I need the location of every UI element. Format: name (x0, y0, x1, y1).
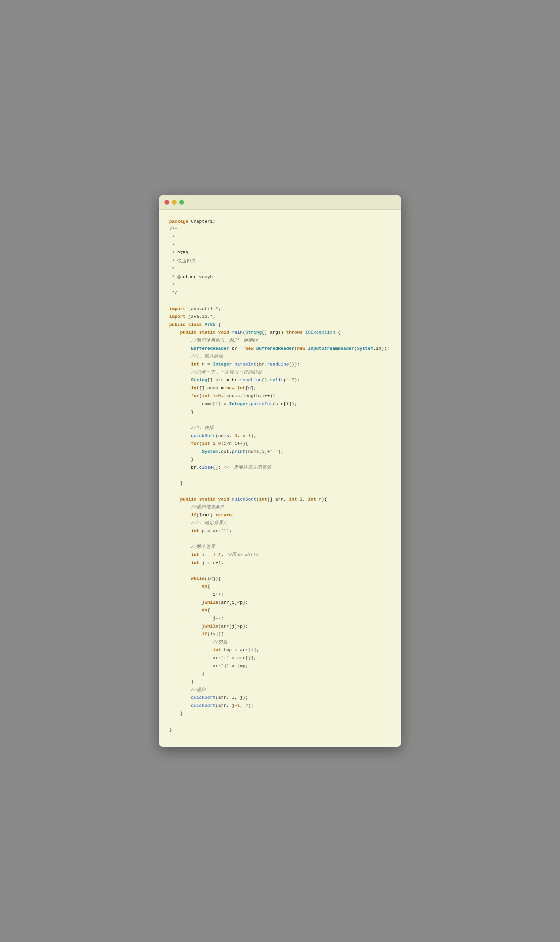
close-button[interactable] (165, 200, 169, 205)
maximize-button[interactable] (179, 200, 184, 205)
titlebar (159, 195, 401, 210)
code-window: package Chapter1; /** * * * P758 * 快速排序 … (159, 195, 401, 747)
code-editor: package Chapter1; /** * * * P758 * 快速排序 … (159, 210, 401, 747)
minimize-button[interactable] (172, 200, 177, 205)
